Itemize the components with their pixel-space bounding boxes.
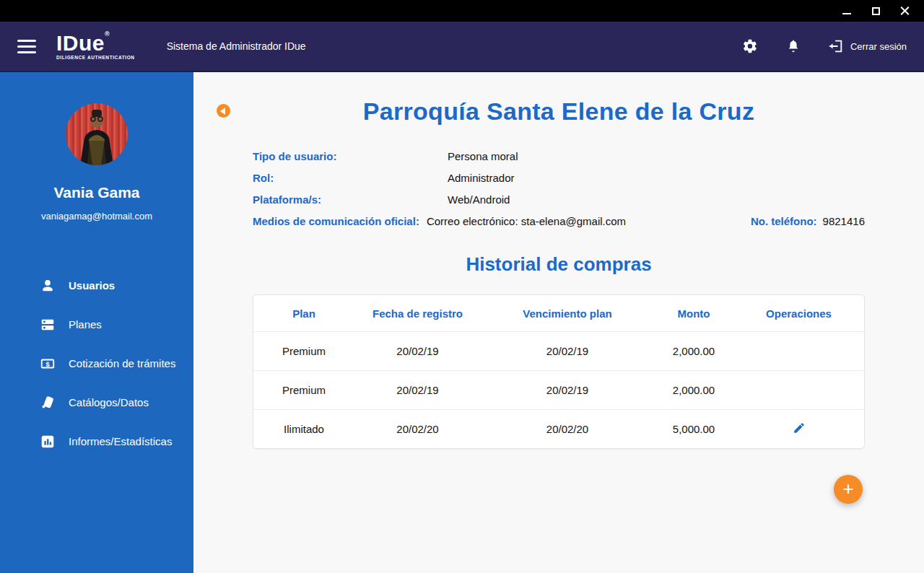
logout-button[interactable]: Cerrar sesión bbox=[828, 38, 907, 54]
sidebar-item-label: Catálogos/Datos bbox=[69, 396, 149, 410]
sidebar-item-catalogos[interactable]: Catálogos/Datos bbox=[0, 383, 193, 422]
logo-subtext: DILIGENCE AUTHENTICATION bbox=[56, 56, 135, 61]
cell-monto: 2,000.00 bbox=[654, 341, 733, 362]
sidebar-nav: Usuarios Planes $ Cotización de trámites… bbox=[0, 266, 193, 461]
sidebar-item-planes[interactable]: Planes bbox=[0, 305, 193, 344]
field-plataformas: Plataforma/s: Web/Android bbox=[253, 193, 865, 206]
cell-fecha-registro: 20/02/19 bbox=[354, 341, 481, 362]
cell-fecha-registro: 20/02/20 bbox=[354, 419, 481, 439]
field-tipo-usuario: Tipo de usuario: Persona moral bbox=[253, 150, 865, 162]
field-rol: Rol: Administrador bbox=[253, 172, 865, 184]
sidebar-item-usuarios[interactable]: Usuarios bbox=[0, 266, 193, 305]
quote-money-icon: $ bbox=[40, 356, 56, 372]
cell-vencimiento: 20/02/19 bbox=[481, 380, 654, 401]
phone-label: No. teléfono: bbox=[751, 215, 817, 227]
col-header-vencimiento: Vencimiento plan bbox=[481, 303, 654, 324]
sidebar-item-label: Cotización de trámites bbox=[69, 357, 175, 371]
maximize-icon[interactable] bbox=[863, 1, 888, 20]
user-icon bbox=[40, 278, 56, 294]
stats-icon bbox=[40, 434, 56, 450]
cell-monto: 2,000.00 bbox=[654, 380, 733, 401]
page-title: Parroquía Santa Elene de la Cruz bbox=[253, 72, 865, 126]
cell-vencimiento: 20/02/19 bbox=[481, 341, 654, 362]
cell-operaciones bbox=[733, 417, 864, 441]
table-row: Premium 20/02/19 20/02/19 2,000.00 bbox=[253, 370, 864, 409]
menu-icon[interactable] bbox=[17, 40, 36, 53]
back-button[interactable] bbox=[217, 104, 230, 118]
col-header-plan: Plan bbox=[253, 303, 354, 324]
os-titlebar bbox=[0, 0, 924, 22]
user-email: vaniagamag@hotmail.com bbox=[0, 211, 193, 222]
field-label: Plataforma/s: bbox=[253, 193, 448, 206]
registered-mark: ® bbox=[105, 30, 110, 38]
notifications-bell-icon[interactable] bbox=[785, 38, 802, 55]
back-arrow-icon bbox=[220, 108, 225, 115]
detail-fields: Tipo de usuario: Persona moral Rol: Admi… bbox=[253, 150, 865, 227]
field-telefono: No. teléfono: 9821416 bbox=[751, 215, 865, 227]
plans-icon bbox=[40, 317, 56, 333]
logo-text: IDue® bbox=[56, 32, 135, 54]
col-header-monto: Monto bbox=[654, 303, 733, 324]
user-name: Vania Gama bbox=[0, 184, 193, 201]
cell-plan: Premium bbox=[253, 380, 354, 401]
field-label: Tipo de usuario: bbox=[253, 150, 448, 162]
table-row: Ilimitado 20/02/20 20/02/20 5,000.00 bbox=[253, 409, 864, 448]
field-medios: Medios de comunicación oficial: Correo e… bbox=[253, 215, 865, 227]
sidebar-item-label: Informes/Estadísticas bbox=[69, 435, 172, 449]
sidebar-item-informes[interactable]: Informes/Estadísticas bbox=[0, 422, 193, 461]
svg-text:$: $ bbox=[45, 361, 49, 368]
purchase-history-table: Plan Fecha de registro Vencimiento plan … bbox=[253, 294, 865, 449]
sidebar: Vania Gama vaniagamag@hotmail.com Usuari… bbox=[0, 72, 193, 573]
cell-fecha-registro: 20/02/19 bbox=[354, 380, 481, 401]
field-value: Web/Android bbox=[448, 193, 510, 206]
logout-label: Cerrar sesión bbox=[850, 41, 907, 52]
cell-plan: Premium bbox=[253, 341, 354, 362]
field-value: Persona moral bbox=[448, 150, 518, 162]
field-label: Rol: bbox=[253, 172, 448, 184]
cell-operaciones bbox=[733, 386, 864, 395]
close-icon[interactable] bbox=[892, 1, 917, 20]
app-header: IDue® DILIGENCE AUTHENTICATION Sistema d… bbox=[0, 22, 924, 72]
main-content: Parroquía Santa Elene de la Cruz Tipo de… bbox=[193, 72, 924, 573]
col-header-operaciones: Operaciones bbox=[733, 303, 864, 324]
edit-pencil-icon[interactable] bbox=[793, 421, 806, 434]
cell-monto: 5,000.00 bbox=[654, 419, 733, 439]
logout-icon bbox=[828, 38, 844, 54]
app-subtitle: Sistema de Administrador IDue bbox=[167, 40, 306, 52]
add-button[interactable]: + bbox=[834, 475, 863, 504]
field-value: Administrador bbox=[448, 172, 515, 184]
phone-value: 9821416 bbox=[823, 215, 865, 227]
table-header-row: Plan Fecha de registro Vencimiento plan … bbox=[253, 295, 864, 331]
sidebar-item-label: Usuarios bbox=[69, 279, 115, 293]
settings-gear-icon[interactable] bbox=[741, 38, 759, 55]
field-label: Medios de comunicación oficial: bbox=[253, 215, 419, 227]
field-value: Correo electrónico: sta-elena@gmail.com bbox=[427, 215, 626, 227]
avatar[interactable] bbox=[66, 103, 128, 165]
catalog-icon bbox=[40, 395, 56, 411]
cell-operaciones bbox=[733, 347, 864, 356]
cell-plan: Ilimitado bbox=[253, 419, 354, 439]
section-title-historial: Historial de compras bbox=[253, 253, 865, 276]
cell-vencimiento: 20/02/20 bbox=[481, 419, 654, 439]
sidebar-item-cotizacion[interactable]: $ Cotización de trámites bbox=[0, 344, 193, 383]
minimize-icon[interactable] bbox=[834, 1, 859, 20]
col-header-fecha-registro: Fecha de registro bbox=[354, 303, 481, 324]
app-logo: IDue® DILIGENCE AUTHENTICATION bbox=[56, 32, 135, 61]
sidebar-item-label: Planes bbox=[69, 318, 102, 332]
table-row: Premium 20/02/19 20/02/19 2,000.00 bbox=[253, 331, 864, 370]
